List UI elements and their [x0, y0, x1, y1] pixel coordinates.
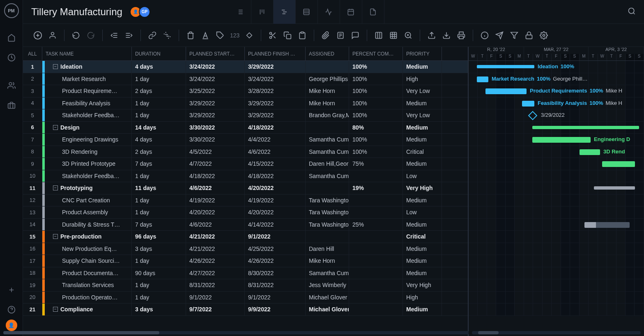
filter-icon[interactable]	[508, 29, 521, 42]
finish-cell[interactable]: 3/24/2022	[245, 73, 306, 85]
priority-cell[interactable]: Medium	[403, 61, 442, 73]
task-name-cell[interactable]: −Ideation	[42, 61, 132, 73]
finish-cell[interactable]: 4/20/2022	[245, 206, 306, 218]
finish-cell[interactable]: 4/18/2022	[245, 122, 306, 134]
assigned-cell[interactable]: Tara Washingto	[306, 195, 349, 206]
add-icon[interactable]	[0, 280, 23, 300]
gantt-row[interactable]	[469, 243, 644, 255]
priority-cell[interactable]: Very Low	[403, 85, 442, 97]
finish-cell[interactable]: 9/1/2022	[245, 231, 306, 243]
start-cell[interactable]: 3/24/2022	[186, 73, 245, 85]
milestone-icon[interactable]	[243, 29, 256, 42]
assigned-cell[interactable]: Tara Washingto	[306, 206, 349, 218]
finish-cell[interactable]: 9/9/2022	[245, 304, 306, 315]
priority-cell[interactable]: Critical	[403, 231, 442, 243]
zoom-icon[interactable]	[402, 29, 415, 42]
percent-cell[interactable]: 100%	[349, 134, 403, 146]
gantt-row[interactable]: Ideation100%	[469, 61, 644, 73]
priority-cell[interactable]: Very High	[403, 182, 442, 194]
assigned-cell[interactable]: Michael Glover	[306, 304, 349, 315]
priority-cell[interactable]: Very High	[403, 279, 442, 291]
task-name-cell[interactable]: Engineering Drawings	[42, 134, 132, 146]
gantt-bar[interactable]	[485, 88, 527, 94]
priority-cell[interactable]: Medium	[403, 267, 442, 279]
start-cell[interactable]: 4/7/2022	[186, 158, 245, 170]
gantt-bar[interactable]	[532, 126, 639, 129]
view-file-icon[interactable]	[362, 0, 384, 24]
col-header-name[interactable]: TASK NAME	[42, 47, 132, 60]
gantt-scrollbar[interactable]	[472, 331, 641, 334]
start-cell[interactable]: 4/27/2022	[186, 267, 245, 279]
percent-cell[interactable]: 25%	[349, 219, 403, 231]
task-row[interactable]: 15 −Pre-production 96 days 4/21/2022 9/1…	[23, 231, 468, 243]
priority-cell[interactable]: Medium	[403, 255, 442, 267]
finish-cell[interactable]: 9/1/2022	[245, 292, 306, 304]
duration-cell[interactable]: 7 days	[132, 219, 186, 231]
home-icon[interactable]	[0, 28, 23, 48]
collapse-icon[interactable]: −	[53, 307, 58, 312]
assigned-cell[interactable]	[306, 182, 349, 194]
paste-icon[interactable]	[296, 29, 309, 42]
collapse-icon[interactable]: −	[53, 234, 58, 239]
task-row[interactable]: 3 Product Requireme… 2 days 3/25/2022 3/…	[23, 85, 468, 97]
assigned-cell[interactable]: Michael Glover	[306, 292, 349, 304]
gantt-bar[interactable]	[477, 65, 534, 68]
gantt-row[interactable]: Product Requirements100%Mike H	[469, 85, 644, 97]
priority-cell[interactable]: Low	[403, 170, 442, 182]
task-row[interactable]: 9 3D Printed Prototype 7 days 4/7/2022 4…	[23, 158, 468, 170]
finish-cell[interactable]: 8/30/2022	[245, 267, 306, 279]
gantt-row[interactable]	[469, 122, 644, 134]
task-row[interactable]: 18 Product Documenta… 90 days 4/27/2022 …	[23, 267, 468, 280]
assigned-cell[interactable]: Mike Horn	[306, 85, 349, 97]
duration-cell[interactable]: 14 days	[132, 122, 186, 134]
priority-cell[interactable]: High	[403, 73, 442, 85]
finish-cell[interactable]: 4/15/2022	[245, 158, 306, 170]
task-row[interactable]: 2 Market Research 1 day 3/24/2022 3/24/2…	[23, 73, 468, 86]
gantt-row[interactable]: Feasibility Analysis100%Mike H	[469, 97, 644, 110]
delete-icon[interactable]	[184, 29, 197, 42]
priority-cell[interactable]: Medium	[403, 134, 442, 146]
task-name-cell[interactable]: 3D Rendering	[42, 146, 132, 158]
priority-cell[interactable]: Medium	[403, 122, 442, 134]
undo-icon[interactable]	[69, 29, 83, 42]
gantt-row[interactable]	[469, 170, 644, 183]
start-cell[interactable]: 3/24/2022	[186, 61, 245, 73]
duration-cell[interactable]: 1 day	[132, 255, 186, 267]
priority-cell[interactable]: Critical	[403, 146, 442, 158]
start-cell[interactable]: 9/1/2022	[186, 292, 245, 304]
task-row[interactable]: 11 −Prototyping 11 days 4/6/2022 4/20/20…	[23, 182, 468, 195]
gantt-row[interactable]: 3/29/2022	[469, 109, 644, 122]
duration-cell[interactable]: 1 day	[132, 195, 186, 206]
task-name-cell[interactable]: 3D Printed Prototype	[42, 158, 132, 170]
finish-cell[interactable]: 4/20/2022	[245, 182, 306, 194]
copy-icon[interactable]	[281, 29, 294, 42]
start-cell[interactable]: 3/29/2022	[186, 109, 245, 121]
col-header-duration[interactable]: DURATION	[132, 47, 186, 60]
gantt-row[interactable]	[469, 267, 644, 280]
task-name-cell[interactable]: Product Documenta…	[42, 267, 132, 279]
assigned-cell[interactable]: Samantha Cum	[306, 134, 349, 146]
gantt-bar[interactable]	[594, 186, 635, 190]
finish-cell[interactable]: 4/25/2022	[245, 243, 306, 255]
search-icon[interactable]	[628, 7, 636, 17]
duration-cell[interactable]: 3 days	[132, 304, 186, 315]
task-row[interactable]: 12 CNC Part Creation 1 day 4/19/2022 4/1…	[23, 195, 468, 207]
member-avatars[interactable]: 👤 GP	[130, 6, 150, 18]
start-cell[interactable]: 8/31/2022	[186, 279, 245, 291]
gantt-row[interactable]	[469, 182, 644, 195]
gantt-bar[interactable]	[584, 222, 630, 228]
collapse-icon[interactable]: −	[53, 64, 58, 69]
gantt-row[interactable]	[469, 219, 644, 231]
gantt-bar[interactable]	[522, 101, 534, 107]
priority-cell[interactable]: Medium	[403, 195, 442, 206]
gantt-row[interactable]	[469, 279, 644, 292]
percent-cell[interactable]: 100%	[349, 109, 403, 121]
collapse-icon[interactable]: −	[53, 185, 58, 190]
indent-icon[interactable]	[122, 29, 136, 42]
gantt-row[interactable]: Market Research100%George Phill…	[469, 73, 644, 86]
app-logo[interactable]: PM	[4, 3, 19, 18]
task-name-cell[interactable]: −Compliance	[42, 304, 132, 315]
priority-cell[interactable]: Medium	[403, 304, 442, 315]
user-avatar[interactable]: 👤	[6, 320, 17, 331]
task-name-cell[interactable]: −Design	[42, 122, 132, 134]
